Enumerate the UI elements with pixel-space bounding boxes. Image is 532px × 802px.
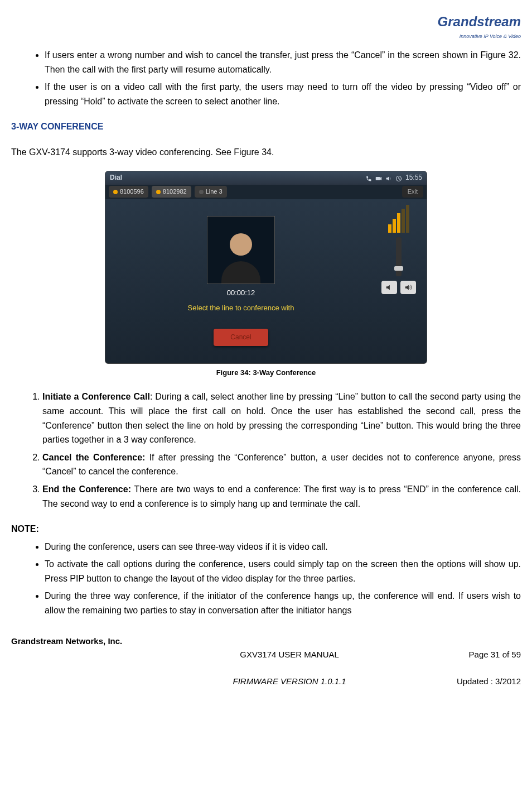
bullet-item: If users enter a wrong number and wish t… (45, 48, 521, 76)
clock-icon (395, 175, 402, 181)
loud-speaker-icon (400, 281, 416, 294)
footer-page-number: Page 31 of 59 (469, 650, 521, 659)
section-heading: 3-WAY CONFERENCE (11, 119, 521, 134)
item-lead: End the Conference: (42, 484, 131, 494)
document-page: Grandstream Innovative IP Voice & Video … (0, 0, 532, 618)
avatar-body (221, 261, 260, 284)
footer-firmware: FIRMWARE VERSION 1.0.1.1 (233, 675, 346, 688)
screenshot-body: 00:00:12 Select the line to conference w… (105, 199, 427, 363)
figure-caption: Figure 34: 3-Way Conference (11, 367, 521, 379)
tab-label: Line 3 (206, 187, 223, 197)
list-item: Cancel the Conference: If after pressing… (42, 450, 521, 479)
line-tab-1: 8100596 (109, 186, 148, 198)
footer-center: GXV3174 USER MANUAL FIRMWARE VERSION 1.0… (233, 635, 346, 702)
line-tab-3: Line 3 (195, 186, 227, 198)
footer-company: Grandstream Networks, Inc. (11, 635, 122, 648)
footer-manual-title: GXV3174 USER MANUAL (233, 648, 346, 661)
screenshot-side-controls (376, 199, 427, 363)
item-lead: Initiate a Conference Call (42, 392, 150, 401)
speaker-buttons (381, 281, 416, 294)
item-sep: : (150, 392, 155, 401)
figure-block: Dial 15:55 (11, 171, 521, 379)
meter-bar (397, 213, 400, 233)
tab-label: 8100596 (120, 187, 144, 197)
video-preview (207, 216, 275, 284)
screenshot-titlebar: Dial 15:55 (105, 171, 427, 185)
meter-bar (388, 224, 391, 233)
list-item: Initiate a Conference Call: During a cal… (42, 390, 521, 446)
logo-area: Grandstream Innovative IP Voice & Video (11, 11, 521, 42)
prompt-text: Select the line to conference with (188, 302, 294, 314)
screenshot-clock: 15:55 (405, 172, 422, 183)
avatar-head (230, 233, 252, 256)
footer-updated: Updated : 3/2012 (457, 676, 521, 686)
item-sep (145, 453, 149, 462)
screenshot-status: 15:55 (365, 172, 422, 183)
meter-bar (402, 209, 405, 233)
brand-tagline: Innovative IP Voice & Video (438, 32, 521, 40)
status-dot-icon (156, 190, 161, 194)
bullet-item: To activate the call options during the … (45, 557, 521, 585)
screenshot-main: 00:00:12 Select the line to conference w… (105, 199, 376, 363)
footer-right: Page 31 of 59 Updated : 3/2012 (457, 635, 521, 688)
tab-label: 8102982 (163, 187, 187, 197)
note-heading: NOTE: (11, 522, 521, 536)
line-tab-2: 8102982 (152, 186, 191, 198)
list-item: End the Conference: There are two ways t… (42, 482, 521, 511)
phone-icon (365, 175, 372, 181)
bullet-item: During the three way conference, if the … (45, 589, 521, 617)
camera-icon (375, 175, 382, 181)
brand-logo: Grandstream Innovative IP Voice & Video (438, 11, 521, 41)
screenshot-tabs-row: 8100596 8102982 Line 3 Exit (105, 185, 427, 199)
item-lead: Cancel the Conference: (42, 453, 145, 462)
call-timer: 00:00:12 (227, 287, 255, 299)
page-footer: Grandstream Networks, Inc. GXV3174 USER … (0, 629, 532, 713)
intro-paragraph: The GXV-3174 supports 3-way video confer… (11, 145, 521, 160)
meter-bar (393, 219, 396, 233)
volume-slider (396, 237, 402, 276)
volume-meter (388, 205, 409, 233)
screenshot-tabs: 8100596 8102982 Line 3 (109, 186, 227, 198)
device-screenshot: Dial 15:55 (105, 171, 427, 364)
status-dot-icon (113, 190, 118, 194)
screenshot-title: Dial (110, 172, 122, 183)
numbered-list: Initiate a Conference Call: During a cal… (11, 390, 521, 511)
bullet-item: If the user is on a video call with the … (45, 80, 521, 108)
top-bullet-list: If users enter a wrong number and wish t… (11, 48, 521, 108)
speaker-icon (385, 175, 392, 181)
exit-button: Exit (402, 186, 423, 198)
cancel-button: Cancel (214, 329, 268, 346)
meter-bar (406, 205, 409, 233)
status-dot-icon (199, 190, 204, 194)
note-bullet-list: During the conference, users can see thr… (11, 540, 521, 618)
brand-name: Grandstream (438, 14, 521, 29)
mute-speaker-icon (381, 281, 397, 294)
bullet-item: During the conference, users can see thr… (45, 540, 521, 554)
svg-rect-0 (376, 177, 380, 180)
